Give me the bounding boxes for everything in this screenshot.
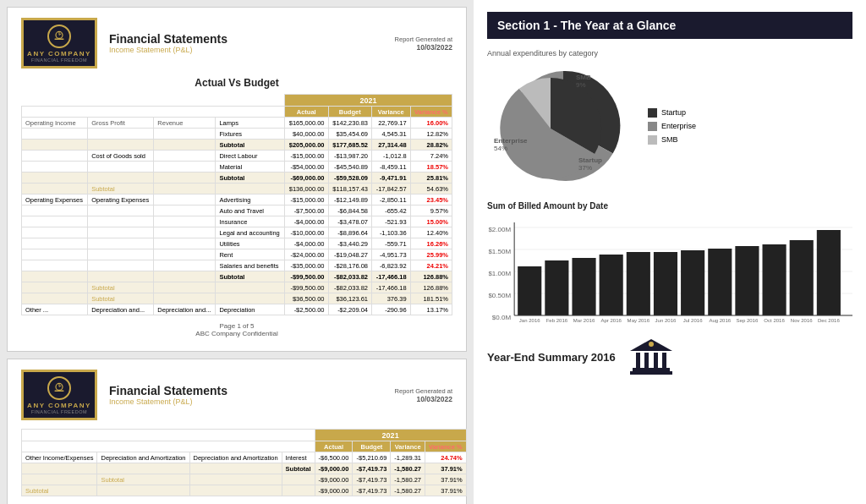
bar-chart-svg: $0.0M $0.50M $1.00M $1.50M $2.00M Jan 20… bbox=[487, 214, 852, 324]
page-1-card: ANY COMPANY FINANCIAL FREEDOM Financial … bbox=[7, 7, 467, 352]
legend-smb-label: SMB bbox=[661, 135, 678, 144]
subtotal-row: Subtotal -$9,000.00 -$7,419.73 -1,580.27… bbox=[22, 463, 467, 474]
svg-rect-38 bbox=[763, 244, 787, 315]
report-date: 10/03/2022 bbox=[395, 43, 452, 52]
bar-chart-wrap: $0.0M $0.50M $1.00M $1.50M $2.00M Jan 20… bbox=[487, 214, 852, 324]
svg-rect-28 bbox=[627, 252, 650, 315]
page-2-header: ANY COMPANY FINANCIAL FREEDOM Financial … bbox=[21, 370, 452, 420]
table-row: Auto and Travel -$7,500.00 -$6,844.58 -6… bbox=[22, 205, 452, 216]
col-budget: Budget bbox=[328, 107, 372, 118]
company-tagline: FINANCIAL FREEDOM bbox=[31, 58, 87, 63]
year-header: 2021 bbox=[285, 95, 452, 107]
table-row: Material -$54,000.00 -$45,540.89 -8,459.… bbox=[22, 162, 452, 173]
pie-legend: Startup Enterprise SMB bbox=[648, 108, 696, 145]
pie-chart-label: Annual expenditures by category bbox=[487, 49, 852, 58]
svg-rect-51 bbox=[662, 353, 666, 368]
svg-text:Aug 2016: Aug 2016 bbox=[709, 318, 731, 323]
svg-rect-49 bbox=[644, 353, 649, 368]
svg-rect-26 bbox=[600, 255, 623, 315]
svg-text:Startup: Startup bbox=[578, 156, 602, 164]
svg-rect-42 bbox=[817, 230, 841, 315]
bank-icon bbox=[626, 336, 677, 378]
report-date-2: 10/03/2022 bbox=[395, 395, 452, 403]
svg-rect-46 bbox=[630, 371, 672, 375]
svg-rect-36 bbox=[735, 246, 759, 315]
col-variance-2: Variance bbox=[391, 441, 425, 452]
svg-text:SMB: SMB bbox=[576, 74, 591, 81]
svg-text:$0.0M: $0.0M bbox=[492, 314, 512, 321]
svg-text:Oct 2016: Oct 2016 bbox=[764, 318, 785, 323]
svg-rect-40 bbox=[790, 240, 814, 315]
legend-startup-color bbox=[648, 108, 657, 118]
table-row: Salaries and benefits -$35,000.00 -$28,1… bbox=[22, 260, 452, 271]
year-header-2: 2021 bbox=[315, 430, 466, 441]
svg-rect-1 bbox=[54, 38, 63, 40]
report-title: Financial Statements bbox=[109, 32, 395, 46]
table-row: Cost of Goods sold Direct Labour -$15,00… bbox=[22, 151, 452, 162]
svg-point-53 bbox=[649, 342, 654, 347]
company-tagline-2: FINANCIAL FREEDOM bbox=[31, 409, 87, 414]
svg-text:54%: 54% bbox=[494, 145, 507, 152]
logo-icon-2 bbox=[47, 376, 71, 400]
col-actual-2: Actual bbox=[315, 441, 353, 452]
header-title: Financial Statements Income Statement (P… bbox=[109, 32, 395, 54]
svg-text:$1.50M: $1.50M bbox=[488, 248, 511, 255]
report-date-section-2: Report Generated at 10/03/2022 bbox=[395, 387, 452, 403]
report-generated-label: Report Generated at bbox=[395, 36, 452, 43]
pie-chart: SMB 9% Enterprise 54% Startup 37% bbox=[487, 63, 639, 189]
col-budget-2: Budget bbox=[353, 441, 391, 452]
table-row: Fixtures $40,000.00 $35,454.69 4,545.31 … bbox=[22, 129, 452, 140]
table-row: Rent -$24,000.00 -$19,048.27 -4,951.73 2… bbox=[22, 249, 452, 260]
legend-startup-label: Startup bbox=[661, 108, 686, 117]
table-row: Legal and accounting -$10,000.00 -$8,896… bbox=[22, 227, 452, 238]
svg-text:May 2016: May 2016 bbox=[628, 318, 650, 323]
svg-rect-48 bbox=[636, 353, 640, 368]
report-subtitle-2: Income Statement (P&L) bbox=[109, 397, 395, 406]
svg-rect-32 bbox=[681, 250, 704, 315]
svg-text:Apr 2016: Apr 2016 bbox=[600, 318, 622, 323]
section-subtotal-row-2: Subtotal -$9,000.00 -$7,419.73 -1,580.27… bbox=[22, 485, 467, 496]
legend-enterprise: Enterprise bbox=[648, 122, 696, 131]
company-name: ANY COMPANY bbox=[27, 50, 91, 58]
svg-rect-34 bbox=[708, 249, 732, 315]
legend-startup: Startup bbox=[648, 108, 696, 118]
page-number: Page 1 of 5 bbox=[21, 322, 452, 330]
logo-box: ANY COMPANY FINANCIAL FREEDOM bbox=[21, 18, 97, 68]
subtotal-row: Subtotal -$99,500.00 -$82,033.82 -17,466… bbox=[22, 271, 452, 282]
subtotal-row: Subtotal $205,000.00 $177,685.52 27,314.… bbox=[22, 140, 452, 151]
svg-text:9%: 9% bbox=[576, 81, 586, 89]
svg-text:Jun 2016: Jun 2016 bbox=[655, 318, 677, 323]
svg-rect-50 bbox=[654, 353, 658, 368]
svg-text:Nov 2016: Nov 2016 bbox=[791, 318, 813, 323]
col-actual: Actual bbox=[285, 107, 329, 118]
svg-text:37%: 37% bbox=[578, 164, 592, 172]
report-subtitle: Income Statement (P&L) bbox=[109, 46, 395, 54]
financial-table-1: 2021 Actual Budget Variance Variance % O… bbox=[21, 94, 452, 315]
svg-text:Feb 2016: Feb 2016 bbox=[546, 318, 568, 323]
svg-rect-20 bbox=[518, 266, 541, 315]
legend-smb-color bbox=[648, 135, 657, 145]
section-subtotal-row: Subtotal $136,000.00 $118,157.43 -17,842… bbox=[22, 184, 452, 194]
svg-text:Enterprise: Enterprise bbox=[494, 137, 528, 145]
logo-icon bbox=[47, 25, 71, 48]
table-row: Other Income/Expenses Depreciation and A… bbox=[22, 452, 467, 463]
report-date-section: Report Generated at 10/03/2022 bbox=[395, 36, 452, 52]
legend-smb: SMB bbox=[648, 135, 696, 145]
col-variance-pct: Variance % bbox=[410, 107, 452, 118]
col-variance: Variance bbox=[372, 107, 411, 118]
header-title-2: Financial Statements Income Statement (P… bbox=[109, 384, 395, 406]
svg-rect-47 bbox=[633, 368, 670, 371]
report-title-2: Financial Statements bbox=[109, 384, 395, 397]
table-row: Operating Expenses Operating Expenses Ad… bbox=[22, 194, 452, 205]
company-name-2: ANY COMPANY bbox=[27, 402, 91, 409]
table-row: Operating Income Gross Profit Revenue La… bbox=[22, 118, 452, 129]
section-subtotal-row: Subtotal -$9,000.00 -$7,419.73 -1,580.27… bbox=[22, 474, 467, 485]
financial-table-2: 2021 Actual Budget Variance Variance % O… bbox=[21, 429, 467, 496]
col-variance-pct-2: Variance % bbox=[425, 441, 467, 452]
year-end-title: Year-End Summary 2016 bbox=[487, 351, 616, 364]
svg-text:Jul 2016: Jul 2016 bbox=[683, 318, 703, 323]
year-end-section: Year-End Summary 2016 bbox=[487, 336, 852, 378]
table-title: Actual Vs Budget bbox=[21, 77, 452, 89]
logo-box-2: ANY COMPANY FINANCIAL FREEDOM bbox=[21, 370, 97, 420]
svg-rect-3 bbox=[54, 390, 63, 392]
